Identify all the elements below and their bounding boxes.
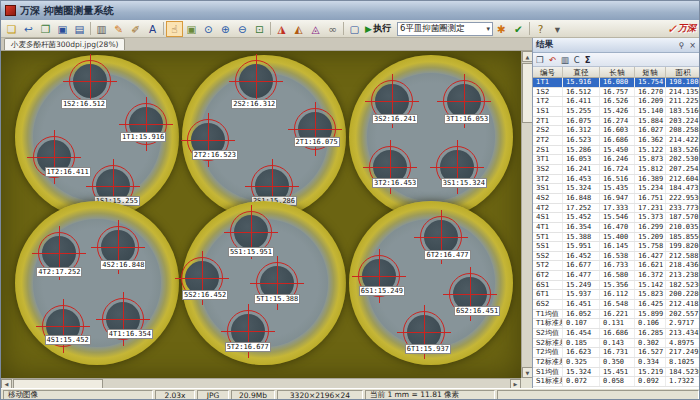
table-row[interactable]: 2T216.52316.68616.362214.4225	[533, 136, 700, 146]
settings-icon[interactable]: ✱	[493, 21, 510, 37]
table-row[interactable]: 6S216.45116.54816.425212.4183	[533, 300, 700, 310]
table-row[interactable]: S2标准差0.1850.1430.3024.8975	[533, 339, 700, 349]
zone-measurement-label[interactable]: 4S2:16.848	[100, 260, 146, 270]
table-row[interactable]: 2T116.07516.27415.884203.2247	[533, 117, 700, 127]
print-icon[interactable]: ▥	[93, 21, 110, 37]
display-icon[interactable]: ▢	[346, 21, 363, 37]
table-row[interactable]: 1T216.41116.52616.209211.2255	[533, 97, 700, 107]
column-header-0[interactable]: 编号	[533, 67, 563, 78]
cell-id: T2标准差	[533, 358, 563, 367]
zone-measurement-label[interactable]: 1T2:16.411	[45, 167, 91, 177]
execute-button[interactable]: 执行	[373, 22, 391, 35]
cell-long-axis: 15.546	[600, 213, 635, 222]
undo-icon[interactable]: ↶	[549, 54, 556, 66]
zone-measurement-label[interactable]: 1S2:16.512	[61, 99, 107, 109]
pin-icon[interactable]: ⚲	[676, 41, 687, 50]
table-row[interactable]: S2均值16.45416.68616.285213.4345	[533, 329, 700, 339]
table-row[interactable]: T1均值16.05216.22115.899202.5571	[533, 310, 700, 320]
column-header-2[interactable]: 长轴	[600, 67, 635, 78]
zone-measurement-label[interactable]: 5T1:15.388	[254, 294, 300, 304]
column-header-4[interactable]: 面积	[666, 67, 700, 78]
zone-measurement-label[interactable]: 5S2:16.452	[182, 290, 228, 300]
table-row[interactable]: 3S115.32415.43515.234184.4735	[533, 184, 700, 194]
count-icon[interactable]: C	[574, 54, 580, 66]
export-icon[interactable]: ❐	[536, 54, 544, 66]
help-caret-icon[interactable]: ▾	[549, 21, 566, 37]
table-row[interactable]: 6S115.24915.35615.142182.5230	[533, 281, 700, 291]
table-row[interactable]: 4S216.84816.94716.751222.9530	[533, 194, 700, 204]
zone-measurement-label[interactable]: 4S1:15.452	[45, 335, 91, 345]
table-row[interactable]: 6T216.47716.58016.372213.2385	[533, 271, 700, 281]
table-row[interactable]: T2均值16.62316.73116.527217.2493	[533, 348, 700, 358]
zone-measurement-label[interactable]: 2T1:16.075	[294, 137, 340, 147]
table-row[interactable]: 5T115.38815.40015.209185.8550	[533, 233, 700, 243]
zone-measurement-label[interactable]: 3T2:16.453	[372, 178, 418, 188]
table-row[interactable]: 1S115.25515.42615.140183.5160	[533, 107, 700, 117]
zone-measurement-label[interactable]: 5T2:16.677	[225, 342, 271, 352]
table-row[interactable]: 3S216.24116.72415.812207.2542	[533, 165, 700, 175]
zone-measurement-label[interactable]: 3T1:16.053	[444, 114, 490, 124]
cell-short-axis: 16.299	[635, 223, 666, 232]
analysis-mode-select[interactable]: 6平皿抑菌圈测定 ▾	[397, 22, 493, 36]
column-header-3[interactable]: 短轴	[635, 67, 666, 78]
zone-measurement-label[interactable]: 5S1:15.951	[228, 247, 274, 257]
select-region-icon[interactable]: ▣	[183, 21, 200, 37]
zone-measurement-label[interactable]: 6T2:16.477	[424, 250, 470, 260]
save-icon[interactable]: ▣	[54, 21, 71, 37]
table-row[interactable]: 5S115.95116.14515.758199.8204	[533, 242, 700, 252]
table-row[interactable]: 4T116.35416.47016.299210.0353	[533, 223, 700, 233]
table-row[interactable]: 2S115.28615.45015.122183.5265	[533, 146, 700, 156]
magnifier-icon[interactable]: ⊙	[200, 21, 217, 37]
table-row[interactable]: 6T115.93716.11215.823200.2280	[533, 290, 700, 300]
open-image-icon[interactable]: ❏	[3, 21, 20, 37]
back-icon[interactable]: ↩	[20, 21, 37, 37]
document-tab[interactable]: 小麦多酚杆菌300dpi.jpg(28%)	[4, 38, 125, 50]
sum-icon[interactable]: Σ	[585, 54, 591, 66]
link-icon[interactable]: ∞	[324, 21, 341, 37]
table-row[interactable]: 5S216.45216.53816.427212.5887	[533, 252, 700, 262]
column-header-1[interactable]: 直径	[563, 67, 600, 78]
zone-measurement-label[interactable]: 2S2:16.312	[231, 99, 277, 109]
text-tool-icon[interactable]: A	[144, 21, 161, 37]
table-row[interactable]: T1标准差0.1070.1310.1062.9717	[533, 319, 700, 329]
angle-tool-icon[interactable]: ◭	[290, 21, 307, 37]
pencil-icon[interactable]: ✎	[110, 21, 127, 37]
zone-measurement-label[interactable]: 3S2:16.241	[372, 114, 418, 124]
zone-measurement-label[interactable]: 4T1:16.354	[107, 329, 153, 339]
cell-short-axis: 16.427	[635, 252, 666, 261]
table-row[interactable]: 4S115.45215.54615.373187.5702	[533, 213, 700, 223]
zone-measurement-label[interactable]: 6S1:15.249	[359, 286, 405, 296]
pan-hand-icon[interactable]: ☝	[166, 21, 183, 37]
horizontal-scrollbar[interactable]: ◀ ▶	[1, 378, 521, 388]
table-row[interactable]: 5T216.67716.73316.621218.4368	[533, 261, 700, 271]
table-row[interactable]: 3T116.05316.24615.873202.5301	[533, 155, 700, 165]
copy-icon[interactable]: ❐	[37, 21, 54, 37]
vertical-scrollbar[interactable]: ▲ ▼	[521, 51, 532, 378]
edit-page-icon[interactable]: ✐	[127, 21, 144, 37]
confirm-icon[interactable]: ✔	[510, 21, 527, 37]
table-row[interactable]: S1标准差0.0720.0580.0921.7322	[533, 377, 700, 387]
table-row[interactable]: 2S216.31216.60316.027208.2588	[533, 126, 700, 136]
mark-tool-icon[interactable]: ◬	[307, 21, 324, 37]
table-row[interactable]: 3T216.45316.51616.389212.6042	[533, 175, 700, 185]
measure-tool-icon[interactable]: ◮	[273, 21, 290, 37]
print-results-icon[interactable]: ▥	[561, 54, 569, 66]
close-icon[interactable]: ×	[687, 41, 698, 50]
zone-measurement-label[interactable]: 3S1:15.324	[441, 178, 487, 188]
zone-measurement-label[interactable]: 1T1:15.916	[120, 132, 166, 142]
zoom-out-icon[interactable]: ⊖	[234, 21, 251, 37]
save-all-icon[interactable]: ▤	[71, 21, 88, 37]
fit-view-icon[interactable]: ⊡	[251, 21, 268, 37]
petri-dish-image-canvas[interactable]: 1S2:16.5121T1:15.9161T2:16.4111S1:15.255…	[1, 51, 521, 378]
table-row[interactable]: 4T217.25217.33317.231233.7730	[533, 204, 700, 214]
table-row[interactable]: S1均值15.32415.45115.219184.5230	[533, 368, 700, 378]
help-icon[interactable]: ?	[532, 21, 549, 37]
zone-measurement-label[interactable]: 6S2:16.451	[454, 306, 500, 316]
zone-measurement-label[interactable]: 4T2:17.252	[36, 267, 82, 277]
zoom-in-icon[interactable]: ⊕	[217, 21, 234, 37]
table-row[interactable]: T2标准差0.3250.3500.3348.1025	[533, 358, 700, 368]
table-row[interactable]: 1T115.91616.08015.754198.1808	[533, 78, 700, 88]
zone-measurement-label[interactable]: 6T1:15.937	[405, 344, 451, 354]
table-row[interactable]: 1S216.51216.75716.270214.1358	[533, 88, 700, 98]
zone-measurement-label[interactable]: 2T2:16.523	[192, 150, 238, 160]
